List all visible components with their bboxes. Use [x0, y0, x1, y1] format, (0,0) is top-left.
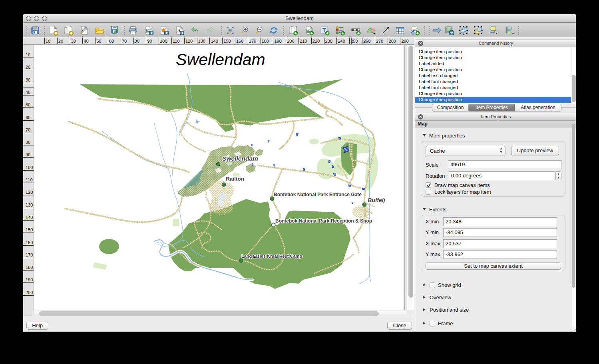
svg-text:Bontebok National Park Recepti: Bontebok National Park Reception & Shop	[275, 218, 372, 224]
svg-text:Lang Elsies Kraal Rest Camp: Lang Elsies Kraal Rest Camp	[241, 254, 302, 259]
svg-text:Bontebok National Park Entranc: Bontebok National Park Entrance Gate	[274, 192, 362, 197]
svg-text:Railton: Railton	[226, 176, 244, 182]
svg-text:Swellendam: Swellendam	[222, 155, 258, 162]
svg-text:Swellendam: Swellendam	[176, 50, 265, 69]
svg-text:Buffelj: Buffelj	[368, 197, 385, 203]
